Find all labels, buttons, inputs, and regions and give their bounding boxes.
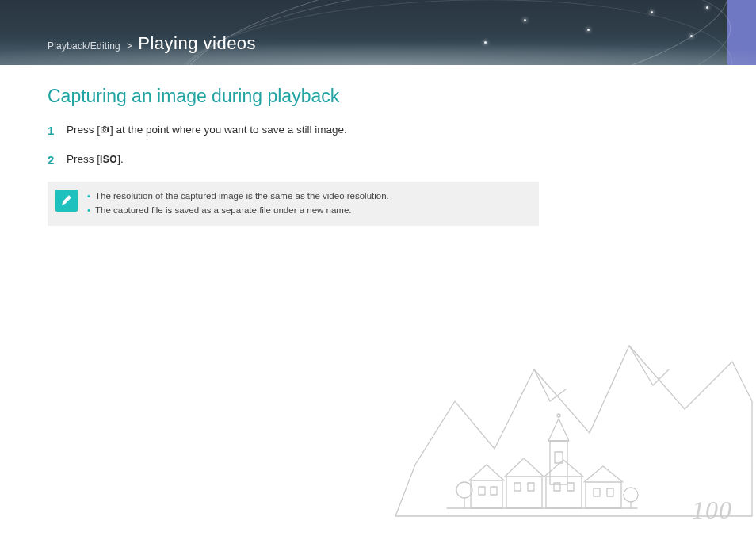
note-item: The resolution of the captured image is … — [87, 190, 389, 204]
capture-key-icon — [100, 124, 110, 135]
sparkle-icon — [651, 11, 653, 13]
step-number: 1 — [48, 122, 59, 140]
step-text: Press [ISO]. — [67, 151, 124, 169]
svg-rect-12 — [594, 488, 600, 496]
step-number: 2 — [48, 151, 59, 169]
svg-point-1 — [103, 128, 105, 131]
sparkle-icon — [484, 41, 487, 44]
sparkle-icon — [524, 19, 526, 21]
step-text-after: ]. — [117, 153, 124, 165]
svg-point-14 — [456, 482, 472, 498]
note-list: The resolution of the captured image is … — [87, 190, 389, 218]
step-2: 2 Press [ISO]. — [48, 151, 491, 169]
breadcrumb: Playback/Editing > Playing videos — [48, 33, 256, 54]
step-text-before: Press [ — [67, 153, 100, 165]
section-tab — [727, 0, 756, 65]
iso-key-icon: ISO — [100, 154, 117, 165]
svg-rect-9 — [528, 483, 534, 491]
breadcrumb-category: Playback/Editing — [48, 40, 120, 52]
sparkle-icon — [587, 29, 590, 31]
svg-rect-5 — [555, 452, 563, 463]
page-header: Playback/Editing > Playing videos — [0, 0, 756, 65]
svg-rect-7 — [491, 487, 497, 495]
village-illustration — [391, 314, 756, 520]
breadcrumb-title: Playing videos — [138, 33, 256, 53]
sparkle-icon — [690, 35, 693, 37]
step-1: 1 Press [] at the point where you want t… — [48, 122, 491, 140]
svg-rect-6 — [479, 487, 485, 495]
section-heading: Capturing an image during playback — [48, 86, 491, 108]
note-item: The captured file is saved as a separate… — [87, 204, 389, 218]
step-text-before: Press [ — [67, 124, 100, 136]
svg-rect-3 — [550, 441, 567, 484]
note-pen-icon — [55, 190, 78, 212]
note-box: The resolution of the captured image is … — [48, 182, 539, 226]
svg-rect-13 — [607, 488, 613, 496]
page-number: 100 — [692, 496, 732, 525]
sparkle-icon — [706, 6, 708, 9]
step-text-after: ] at the point where you want to save a … — [110, 124, 347, 136]
step-text: Press [] at the point where you want to … — [67, 122, 347, 140]
svg-point-16 — [624, 488, 638, 502]
svg-point-4 — [557, 414, 560, 417]
svg-rect-8 — [514, 483, 521, 491]
svg-rect-10 — [554, 483, 560, 491]
chevron-right-icon: > — [126, 40, 132, 52]
main-content: Capturing an image during playback 1 Pre… — [0, 65, 539, 247]
svg-rect-11 — [567, 483, 574, 491]
